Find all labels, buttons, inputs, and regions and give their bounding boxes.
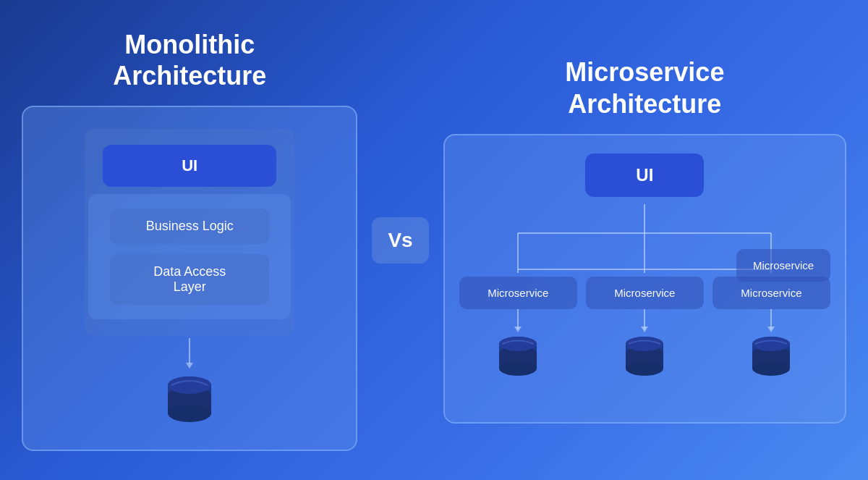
business-logic-label: Business Logic — [146, 219, 234, 233]
microservice-right-label: Microservice — [741, 287, 801, 299]
monolithic-inner-container: Business Logic Data AccessLayer — [88, 194, 291, 319]
monolithic-ui-label: UI — [182, 156, 197, 174]
microservice-ui-label: UI — [636, 165, 653, 185]
db-left-icon — [496, 334, 540, 382]
svg-point-33 — [626, 337, 663, 351]
microservice-center-box: Microservice — [586, 277, 704, 309]
databases-row — [459, 334, 830, 382]
db-right — [712, 334, 830, 382]
microservice-center-label: Microservice — [614, 287, 675, 299]
svg-point-26 — [499, 361, 537, 376]
microservice-top-label: Microservice — [753, 259, 814, 271]
microservice-section: MicroserviceArchitecture UI — [443, 56, 846, 423]
microservice-title: MicroserviceArchitecture — [565, 56, 724, 119]
db-connectors-svg — [464, 309, 825, 334]
monolithic-database — [164, 374, 215, 428]
svg-point-38 — [752, 361, 790, 376]
data-access-box: Data AccessLayer — [110, 254, 269, 305]
monolithic-title: MonolithicArchitecture — [113, 29, 266, 91]
microservice-left-box: Microservice — [459, 277, 577, 309]
data-access-label: Data AccessLayer — [153, 264, 226, 294]
svg-point-32 — [626, 361, 663, 376]
monolithic-ui-box: UI — [103, 145, 276, 187]
microservice-diagram: UI — [443, 134, 846, 424]
db-center — [586, 334, 704, 382]
db-left — [459, 334, 577, 382]
svg-marker-21 — [767, 327, 775, 332]
db-right-icon — [749, 334, 793, 382]
monolithic-diagram: UI Business Logic Data AccessLayer — [22, 106, 357, 451]
database-icon — [164, 374, 215, 428]
svg-marker-19 — [641, 327, 648, 332]
svg-point-27 — [499, 337, 537, 351]
db-center-icon — [623, 334, 666, 382]
svg-point-39 — [752, 337, 790, 351]
svg-point-4 — [168, 405, 211, 422]
monolithic-section: MonolithicArchitecture UI Business Logic… — [22, 29, 357, 451]
microservice-ui-box: UI — [585, 153, 704, 197]
microservice-top-right: Microservice — [736, 249, 830, 282]
vs-label: Vs — [388, 229, 412, 251]
business-logic-box: Business Logic — [110, 209, 269, 244]
microservice-left-label: Microservice — [488, 287, 548, 299]
svg-point-5 — [168, 376, 211, 394]
svg-marker-17 — [514, 327, 522, 332]
vs-badge: Vs — [372, 217, 428, 264]
main-container: MonolithicArchitecture UI Business Logic… — [0, 0, 868, 480]
